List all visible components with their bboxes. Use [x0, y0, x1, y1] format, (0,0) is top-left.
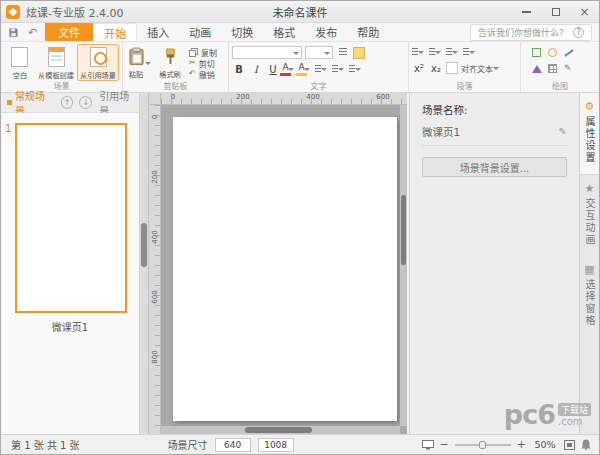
template-page-icon — [48, 47, 65, 67]
pane-icon: ▦ — [584, 264, 594, 275]
tab-publish[interactable]: 发布 — [305, 23, 347, 41]
undo-icon[interactable]: ↶ — [28, 27, 37, 38]
text-effect-button[interactable] — [353, 47, 365, 59]
canvas-area: 0 200 400 600 0 200 400 600 800 — [149, 93, 407, 434]
zoom-out-button[interactable]: − — [440, 439, 449, 450]
blank-label: 空白 — [12, 70, 26, 80]
grow-font-icon — [339, 48, 347, 57]
font-size-combo[interactable] — [305, 46, 333, 59]
align-left-button[interactable] — [315, 63, 329, 75]
save-icon[interactable] — [8, 27, 19, 38]
pen-tool-button[interactable]: ✎ — [562, 62, 575, 75]
titlebar: 炫课-专业版 2.4.00 未命名课件 × — [1, 1, 599, 23]
help-icon[interactable]: ? — [573, 27, 584, 38]
tab-format[interactable]: 格式 — [263, 23, 305, 41]
triangle-shape-button[interactable] — [530, 62, 543, 75]
subscript-button[interactable]: x₂ — [429, 61, 443, 75]
highlight-color-button[interactable]: A — [299, 63, 312, 76]
new-blank-scene-button[interactable]: 空白 — [4, 44, 35, 81]
notification-bell-icon[interactable] — [581, 439, 591, 450]
watermark-domain: .com — [558, 416, 591, 427]
align-left-icon — [315, 65, 321, 74]
numbered-list-button[interactable] — [429, 46, 443, 58]
tab-property-settings[interactable]: ⚙ 属性设置 — [580, 93, 599, 175]
h-ruler-label: 0 — [171, 93, 175, 101]
align-right-button[interactable] — [349, 63, 363, 75]
align-text-button[interactable]: 对齐文本 — [446, 63, 501, 73]
italic-button[interactable]: I — [249, 62, 263, 76]
h-ruler-label: 200 — [236, 93, 249, 101]
tab-transition[interactable]: 切换 — [221, 23, 263, 41]
undo-button[interactable]: ↶ 撤销 — [189, 69, 217, 79]
format-painter-icon — [164, 47, 177, 66]
ribbon-group-text: B I U A A 文字 — [229, 42, 409, 92]
splitter-handle[interactable] — [141, 223, 147, 267]
from-reference-scene-button[interactable]: 从引用场景 — [77, 44, 119, 81]
copy-button[interactable]: 复制 — [189, 47, 217, 57]
scene-name-label: 场景名称: — [422, 102, 567, 117]
line-spacing-button[interactable] — [463, 46, 477, 58]
scene-width-field[interactable]: 640 — [215, 438, 251, 452]
minimize-button[interactable] — [512, 1, 541, 23]
window-controls: × — [512, 1, 599, 23]
canvas-vertical-scrollbar[interactable] — [400, 105, 407, 426]
from-reference-label: 从引用场景 — [80, 70, 116, 80]
rectangle-shape-button[interactable] — [530, 46, 543, 59]
cut-button[interactable]: ✂ 剪切 — [189, 58, 217, 68]
align-center-button[interactable] — [332, 63, 346, 75]
preview-screen-icon[interactable] — [422, 440, 434, 450]
zoom-slider-thumb[interactable] — [479, 441, 486, 449]
tab-interactive-animation[interactable]: ★ 交互动画 — [580, 175, 599, 256]
grid-shape-button[interactable] — [546, 62, 559, 75]
line-shape-button[interactable] — [562, 46, 575, 59]
scene-height-field[interactable]: 1008 — [258, 438, 294, 452]
app-logo-icon — [6, 5, 20, 19]
scene-background-button[interactable]: 场景背景设置... — [422, 157, 567, 177]
paste-button[interactable]: 粘贴 — [126, 44, 154, 81]
font-family-combo[interactable] — [232, 46, 302, 59]
slide-thumbnail[interactable] — [15, 123, 127, 313]
zoom-in-button[interactable]: + — [517, 439, 526, 450]
indent-button[interactable] — [446, 46, 460, 58]
move-scene-up-button[interactable]: ↑ — [61, 96, 74, 109]
maximize-icon — [552, 8, 560, 16]
tab-selection-pane[interactable]: ▦ 选择窗格 — [580, 256, 599, 337]
tell-me-search[interactable]: 告诉我们你想做什么？ ? — [470, 24, 592, 41]
font-color-button[interactable]: A — [283, 63, 296, 76]
paragraph-group-label: 段落 — [409, 80, 520, 91]
side-tab-strip: ⚙ 属性设置 ★ 交互动画 ▦ 选择窗格 — [579, 93, 599, 434]
statusbar-right: − + 50% — [422, 439, 591, 450]
bullet-list-button[interactable] — [412, 46, 426, 58]
tab-insert[interactable]: 插入 — [137, 23, 179, 41]
fit-to-window-icon[interactable] — [564, 440, 575, 450]
document-title: 未命名课件 — [273, 4, 328, 20]
ellipse-shape-button[interactable] — [546, 46, 559, 59]
slide-list: 1 微课页1 — [1, 113, 139, 434]
bold-button[interactable]: B — [232, 62, 246, 76]
grow-font-button[interactable] — [336, 47, 350, 59]
tab-file[interactable]: 文件 — [45, 23, 93, 41]
app-title: 炫课-专业版 2.4.00 — [26, 4, 123, 20]
format-painter-button[interactable]: 格式刷 — [154, 44, 186, 81]
reference-page-icon — [90, 47, 107, 67]
highlight-letter: A — [298, 63, 304, 72]
v-scroll-thumb[interactable] — [401, 195, 406, 266]
close-button[interactable]: × — [570, 1, 599, 23]
canvas-horizontal-scrollbar[interactable] — [161, 426, 400, 434]
tab-help[interactable]: 帮助 — [347, 23, 389, 41]
quick-access-toolbar: ↶ — [1, 23, 45, 41]
tab-animation[interactable]: 动画 — [179, 23, 221, 41]
scene-size-label: 场景尺寸 — [168, 437, 208, 452]
move-scene-down-button[interactable]: ↓ — [79, 96, 92, 109]
create-from-template-button[interactable]: 从模板创建 — [35, 44, 77, 81]
underline-button[interactable]: U — [266, 62, 280, 76]
slide-canvas-page[interactable] — [173, 117, 397, 421]
from-template-label: 从模板创建 — [38, 70, 74, 80]
superscript-button[interactable]: x² — [412, 61, 426, 75]
edit-scene-name-icon[interactable]: ✎ — [559, 126, 567, 137]
zoom-slider[interactable] — [455, 444, 511, 446]
tab-home[interactable]: 开始 — [93, 23, 137, 41]
maximize-button[interactable] — [541, 1, 570, 23]
panel-splitter[interactable] — [139, 93, 149, 434]
h-scroll-thumb[interactable] — [245, 427, 312, 433]
